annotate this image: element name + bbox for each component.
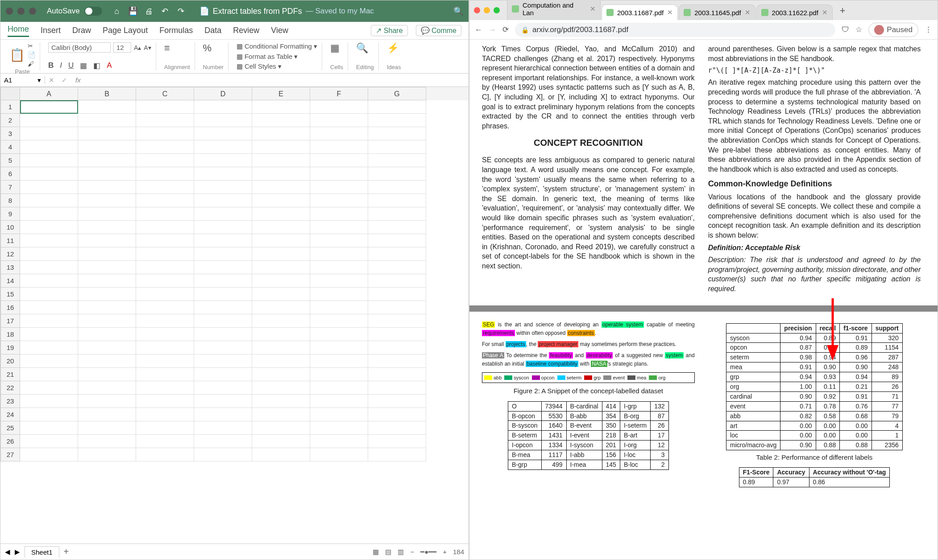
cell[interactable] (368, 341, 426, 354)
cell[interactable] (78, 114, 136, 127)
row-header[interactable]: 17 (0, 314, 20, 328)
cell[interactable] (194, 127, 252, 140)
cell[interactable] (252, 234, 310, 247)
cell[interactable] (252, 448, 310, 461)
save-icon[interactable]: 💾 (128, 6, 138, 16)
cell[interactable] (194, 395, 252, 408)
page-break-view-icon[interactable]: ▥ (398, 548, 404, 556)
cell[interactable] (136, 261, 194, 274)
cell[interactable] (310, 114, 368, 127)
add-sheet-icon[interactable]: + (64, 547, 69, 557)
menu-icon[interactable]: ⋮ (925, 25, 932, 34)
close-icon[interactable] (6, 8, 13, 15)
cell[interactable] (310, 354, 368, 368)
cell[interactable] (194, 435, 252, 448)
cell[interactable] (368, 207, 426, 221)
cell[interactable] (78, 167, 136, 181)
cell[interactable] (310, 261, 368, 274)
name-box[interactable]: A1▾ (0, 76, 45, 84)
cell[interactable] (310, 247, 368, 261)
cell[interactable] (310, 140, 368, 154)
cell[interactable] (194, 328, 252, 341)
cell[interactable] (78, 100, 136, 114)
bold-button[interactable]: B (48, 61, 54, 70)
cell[interactable] (136, 274, 194, 288)
cell[interactable] (136, 354, 194, 368)
spreadsheet-grid[interactable]: A B C D E F G 12345678910111213141516171… (0, 87, 469, 544)
cell[interactable] (194, 194, 252, 207)
row-header[interactable]: 27 (0, 448, 20, 461)
cell[interactable] (194, 314, 252, 328)
cell[interactable] (252, 127, 310, 140)
browser-tab[interactable]: 2003.11645.pdf✕ (679, 4, 755, 20)
cell[interactable] (368, 421, 426, 435)
cell[interactable] (136, 408, 194, 421)
col-header[interactable]: A (20, 87, 78, 100)
cell[interactable] (78, 288, 136, 301)
row-header[interactable]: 2 (0, 114, 20, 127)
cell[interactable] (20, 314, 78, 328)
share-button[interactable]: ↗ Share (371, 25, 407, 36)
cell[interactable] (194, 207, 252, 221)
close-tab-icon[interactable]: ✕ (822, 8, 828, 16)
cell[interactable] (368, 274, 426, 288)
sheet-tab[interactable]: Sheet1 (25, 546, 59, 558)
cell[interactable] (368, 127, 426, 140)
cell[interactable] (252, 167, 310, 181)
cell[interactable] (136, 395, 194, 408)
cell[interactable] (78, 408, 136, 421)
sheet-nav-prev-icon[interactable]: ◀ (5, 548, 10, 556)
col-header[interactable]: B (78, 87, 136, 100)
cell[interactable] (136, 167, 194, 181)
address-bar[interactable]: 🔒 arxiv.org/pdf/2003.11687.pdf (515, 23, 835, 37)
row-header[interactable]: 1 (0, 100, 20, 114)
format-as-table-button[interactable]: ▦ Format as Table ▾ (237, 53, 317, 61)
cell[interactable] (310, 408, 368, 421)
cell[interactable] (20, 221, 78, 234)
minimize-icon[interactable] (17, 8, 25, 15)
select-all-corner[interactable] (0, 87, 20, 100)
cell[interactable] (368, 368, 426, 381)
cell[interactable] (136, 288, 194, 301)
zoom-out-icon[interactable]: − (410, 548, 414, 556)
cell[interactable] (368, 234, 426, 247)
cell[interactable] (310, 100, 368, 114)
doc-name[interactable]: Extract tables from PDFs (213, 7, 302, 16)
cell[interactable] (136, 114, 194, 127)
cell[interactable] (20, 301, 78, 314)
cell[interactable] (20, 395, 78, 408)
cell[interactable] (252, 194, 310, 207)
cell[interactable] (20, 100, 78, 114)
cell[interactable] (368, 381, 426, 395)
cell[interactable] (252, 301, 310, 314)
cell[interactable] (252, 207, 310, 221)
cell[interactable] (20, 207, 78, 221)
cell[interactable] (194, 100, 252, 114)
cell[interactable] (136, 448, 194, 461)
row-header[interactable]: 26 (0, 435, 20, 448)
cell[interactable] (252, 181, 310, 194)
close-tab-icon[interactable]: ✕ (745, 8, 751, 16)
row-header[interactable]: 6 (0, 167, 20, 181)
cell[interactable] (20, 114, 78, 127)
border-icon[interactable]: ▦ (80, 61, 87, 70)
cell[interactable] (20, 408, 78, 421)
cell[interactable] (78, 381, 136, 395)
cell[interactable] (194, 181, 252, 194)
cell[interactable] (78, 154, 136, 167)
cell[interactable] (194, 140, 252, 154)
page-layout-view-icon[interactable]: ▤ (385, 548, 391, 556)
forward-icon[interactable]: → (489, 25, 496, 34)
paste-icon[interactable]: 📋 (9, 48, 25, 62)
row-header[interactable]: 24 (0, 408, 20, 421)
row-header[interactable]: 14 (0, 274, 20, 288)
lock-icon[interactable]: 🔒 (521, 26, 529, 33)
font-size-select[interactable]: 12 (113, 42, 131, 53)
cell[interactable] (78, 221, 136, 234)
cell[interactable] (78, 341, 136, 354)
row-header[interactable]: 10 (0, 221, 20, 234)
cell[interactable] (136, 341, 194, 354)
confirm-formula-icon[interactable]: ✓ (58, 76, 71, 84)
browser-tab-active[interactable]: 2003.11687.pdf✕ (602, 4, 678, 20)
cell[interactable] (78, 261, 136, 274)
